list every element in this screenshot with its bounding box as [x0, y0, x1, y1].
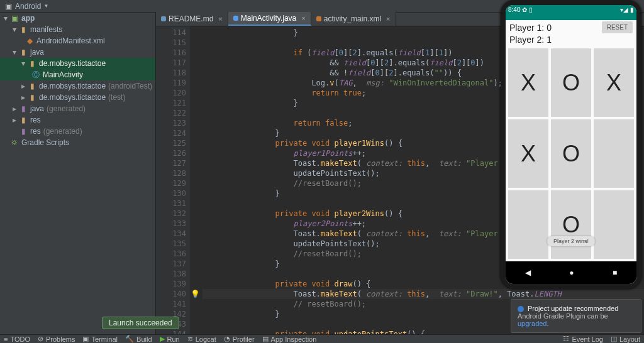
- tree-pkg-main[interactable]: ▾▮de.mobsys.tictactoe: [0, 58, 155, 69]
- line-number-gutter: 1141151161171181191201211221231241251261…: [156, 26, 190, 334]
- tab-readme[interactable]: README.md ×: [156, 12, 228, 26]
- tab-profiler[interactable]: ◔ Profiler: [220, 335, 258, 343]
- tab-build[interactable]: 🔨 Build: [121, 335, 155, 343]
- emulator-frame: 8:40 ✿ ▯ ▾◢ ▮ Player 1: 0 RESET Player 2…: [501, 0, 641, 289]
- close-icon[interactable]: ×: [218, 15, 222, 23]
- tree-res[interactable]: ▸▮res: [0, 114, 155, 126]
- tree-res-gen[interactable]: ▮res(generated): [0, 126, 155, 137]
- cell-1-1[interactable]: O: [551, 119, 591, 188]
- launch-succeeded-balloon: Launch succeeded: [102, 317, 179, 329]
- tab-layout[interactable]: ◫ Layout: [607, 335, 644, 343]
- android-nav-bar: ◀ ● ■: [506, 261, 636, 284]
- nav-back-icon[interactable]: ◀: [525, 268, 531, 277]
- player1-score: Player 1: 0: [509, 23, 552, 33]
- tree-manifest-file[interactable]: ◆AndroidManifest.xml: [0, 35, 155, 46]
- status-time: 8:40: [508, 6, 520, 13]
- project-tree[interactable]: ▾▣app ▾▮manifests ◆AndroidManifest.xml ▾…: [0, 13, 156, 334]
- tree-manifests[interactable]: ▾▮manifests: [0, 24, 155, 35]
- project-view-dropdown[interactable]: Android: [15, 2, 41, 11]
- tree-pkg-test[interactable]: ▸▮de.mobsys.tictactoe(test): [0, 92, 155, 103]
- close-icon[interactable]: ×: [301, 14, 305, 22]
- cell-0-2[interactable]: X: [594, 48, 634, 117]
- nav-home-icon[interactable]: ●: [569, 268, 574, 277]
- status-bar: 8:40 ✿ ▯ ▾◢ ▮: [506, 5, 636, 14]
- notification-title: Project update recommended: [528, 305, 635, 312]
- player2-score: Player 2: 1: [509, 35, 552, 45]
- tab-terminal[interactable]: ▣ Terminal: [79, 335, 121, 343]
- toast-message: Player 2 wins!: [547, 236, 595, 246]
- notification-body: Android Gradle Plugin can be upgraded.: [518, 312, 635, 327]
- tree-java-gen[interactable]: ▸▮java(generated): [0, 103, 155, 114]
- cell-0-0[interactable]: X: [508, 48, 548, 117]
- tab-appinspection[interactable]: ▤ App Inspection: [258, 335, 321, 343]
- tree-main-activity[interactable]: ⒸMainActivity: [0, 69, 155, 80]
- upgrade-link[interactable]: upgraded: [518, 320, 547, 327]
- tab-activity-layout[interactable]: activity_main.xml ×: [311, 12, 396, 26]
- cell-0-1[interactable]: O: [551, 48, 591, 117]
- chevron-down-icon[interactable]: ▼: [43, 3, 48, 9]
- emulator-screen[interactable]: 8:40 ✿ ▯ ▾◢ ▮ Player 1: 0 RESET Player 2…: [506, 5, 636, 284]
- tab-mainactivity[interactable]: MainActivity.java ×: [228, 12, 311, 26]
- android-icon: ▣: [4, 2, 13, 11]
- tab-eventlog[interactable]: ☷ Event Log: [559, 335, 607, 343]
- tab-todo[interactable]: ≡ TODO: [0, 335, 34, 343]
- cell-1-2[interactable]: [594, 119, 634, 188]
- tree-gradle-scripts[interactable]: ⛭Gradle Scripts: [0, 137, 155, 148]
- tab-run[interactable]: ▶ Run: [156, 335, 184, 343]
- status-right-icons: ▾◢ ▮: [620, 6, 634, 13]
- cell-2-1[interactable]: O: [551, 190, 591, 259]
- tree-app-node[interactable]: ▾▣app: [0, 13, 155, 24]
- file-icon: [161, 16, 166, 21]
- tree-pkg-androidtest[interactable]: ▸▮de.mobsys.tictactoe(androidTest): [0, 80, 155, 92]
- cell-2-2[interactable]: [594, 190, 634, 259]
- tree-app-label: app: [21, 14, 35, 23]
- bottom-tool-tabs: ≡ TODO ⊘ Problems ▣ Terminal 🔨 Build ▶ R…: [0, 334, 644, 343]
- nav-recent-icon[interactable]: ■: [613, 268, 617, 277]
- tab-logcat[interactable]: ≋ Logcat: [184, 335, 220, 343]
- close-icon[interactable]: ×: [386, 15, 390, 23]
- cell-2-0[interactable]: [508, 190, 548, 259]
- tree-java[interactable]: ▾▮java: [0, 46, 155, 58]
- cell-1-0[interactable]: X: [508, 119, 548, 188]
- notification-update[interactable]: Project update recommended Android Gradl…: [511, 299, 641, 333]
- reset-button[interactable]: RESET: [602, 21, 633, 33]
- file-icon: [233, 16, 238, 21]
- app-action-bar: [506, 14, 636, 20]
- tictactoe-grid: X O X X O O: [506, 46, 636, 261]
- tab-problems[interactable]: ⊘ Problems: [34, 335, 79, 343]
- file-icon: [316, 16, 321, 21]
